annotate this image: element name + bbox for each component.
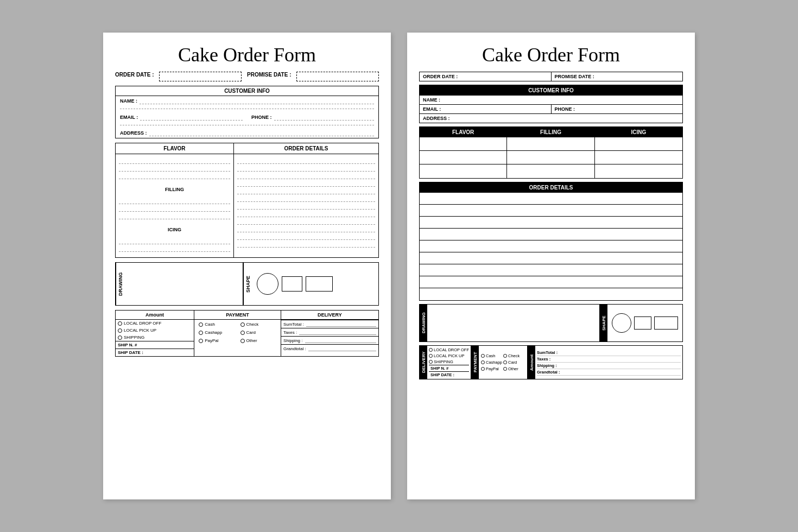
left-delivery-header: DELIVERY [281,311,378,320]
right-drawing-area[interactable] [427,305,600,341]
left-order-date-label: ORDER DATE : [115,72,154,81]
left-drawing-area[interactable] [125,263,243,305]
right-order-line-6[interactable] [420,252,682,264]
right-order-date-cell: ORDER DATE : [420,72,552,81]
right-phone-col: PHONE : [552,105,683,113]
right-email-phone-row: EMAIL : PHONE : [420,105,682,114]
right-order-line-2[interactable] [420,205,682,217]
left-paypal[interactable]: PayPal [197,337,237,344]
right-cashapp[interactable]: Cashapp [481,359,503,365]
right-local-dropoff[interactable]: LOCAL DROP OFF [429,347,469,353]
left-shipping-radio[interactable] [118,335,122,340]
right-name-label: NAME : [423,97,440,103]
right-icing-2[interactable] [595,151,682,164]
right-customer-info: CUSTOMER INFO NAME : EMAIL : PHONE : ADD… [419,85,683,123]
left-order-date-field[interactable] [159,72,242,81]
right-order-line-1[interactable] [420,193,682,205]
right-filling-2[interactable] [507,151,594,164]
right-promise-date-label: PROMISE DATE : [555,74,594,79]
left-local-dropoff[interactable]: LOCAL DROP OFF [116,320,194,327]
right-icing-3[interactable] [595,164,682,178]
right-payment-label: PAYMENT [471,346,479,379]
left-phone-line[interactable] [274,114,374,121]
left-email-label: EMAIL : [120,115,138,120]
right-grandtotal: Grandtotal : [537,369,681,376]
right-address-label: ADDRESS : [423,116,450,121]
left-cash[interactable]: Cash [197,321,237,328]
left-email-col: EMAIL : [116,112,247,122]
right-paypal[interactable]: PayPal [481,366,503,372]
right-paypal-radio[interactable] [481,367,485,371]
left-filling-lines [116,194,233,225]
right-payment-items: Cash Check Cashapp Card [479,346,528,379]
right-pickup-radio[interactable] [429,354,433,358]
left-shipping-option[interactable]: SHIPPING [116,334,194,341]
left-check-radio[interactable] [240,322,245,327]
right-order-line-4[interactable] [420,229,682,240]
right-ffi-row1 [420,137,682,151]
right-check[interactable]: Check [503,353,525,359]
left-pickup-radio[interactable] [118,328,122,333]
right-address-row: ADDRESS : [420,114,682,123]
left-cashapp[interactable]: Cashapp [197,329,237,336]
right-drawing-label: DRAWING [420,305,427,341]
left-other-radio[interactable] [240,339,245,343]
left-phone-divider [120,125,374,125]
left-email-line[interactable] [140,114,243,121]
right-ffi-headers: FLAVOR FILLING ICING [420,127,682,137]
right-icing-1[interactable] [595,137,682,151]
left-drawing-shape: DRAWING SHAPE [115,262,379,306]
left-delivery-col: DELIVERY SumTotal : Taxes : Shipping : G… [281,311,378,356]
right-shape-label: SHAPE [600,305,607,341]
left-amount-col: Amount LOCAL DROP OFF LOCAL PICK UP SHIP… [116,311,194,356]
left-promise-date-field[interactable] [296,72,379,81]
right-ship-date: SHIP DATE : [429,371,469,378]
left-payment-header: PAYMENT [194,311,281,320]
right-shipping-option[interactable]: SHIPPING [429,359,469,365]
right-flavor-1[interactable] [420,137,507,151]
right-flavor-3[interactable] [420,164,507,178]
left-dropoff-radio[interactable] [118,321,122,326]
left-check[interactable]: Check [238,321,278,328]
right-flavor-2[interactable] [420,151,507,164]
left-address-line[interactable] [149,130,374,136]
left-card[interactable]: Card [238,329,278,336]
right-other[interactable]: Other [503,366,525,372]
right-email-label: EMAIL : [423,106,441,112]
right-order-line-8[interactable] [420,276,682,288]
right-card-radio[interactable] [503,360,507,364]
right-cashapp-radio[interactable] [481,360,485,364]
right-local-pickup[interactable]: LOCAL PICK UP [429,353,469,359]
right-filling-3[interactable] [507,164,594,178]
right-sum-total: SumTotal : [537,350,681,356]
right-cash[interactable]: Cash [481,353,503,359]
right-order-line-3[interactable] [420,217,682,229]
left-shape-label: SHAPE [243,263,252,305]
right-dropoff-radio[interactable] [429,348,433,352]
left-name-line[interactable] [140,98,374,104]
right-cash-radio[interactable] [481,354,485,358]
right-order-line-7[interactable] [420,264,682,276]
right-other-radio[interactable] [503,367,507,371]
right-check-radio[interactable] [503,354,507,358]
left-flavor-order: FLAVOR FILLING ICING [115,143,379,258]
left-phone-col: PHONE : [247,112,378,122]
right-filling-header: FILLING [507,127,594,137]
right-ffi-section: FLAVOR FILLING ICING [419,126,683,179]
left-name-divider [120,109,374,109]
right-card[interactable]: Card [503,359,525,365]
left-local-pickup[interactable]: LOCAL PICK UP [116,327,194,334]
right-order-line-9[interactable] [420,288,682,300]
left-cash-radio[interactable] [199,322,203,327]
left-other[interactable]: Other [238,337,278,344]
right-name-row: NAME : [420,96,682,105]
left-paypal-radio[interactable] [199,339,203,343]
left-bottom-row: Amount LOCAL DROP OFF LOCAL PICK UP SHIP… [115,310,379,357]
left-cashapp-radio[interactable] [199,331,203,335]
right-phone-label: PHONE : [555,106,575,112]
right-filling-1[interactable] [507,137,594,151]
right-shipping-radio[interactable] [429,360,433,364]
right-order-line-5[interactable] [420,240,682,252]
left-card-radio[interactable] [240,331,245,335]
left-order-lines [234,154,378,253]
